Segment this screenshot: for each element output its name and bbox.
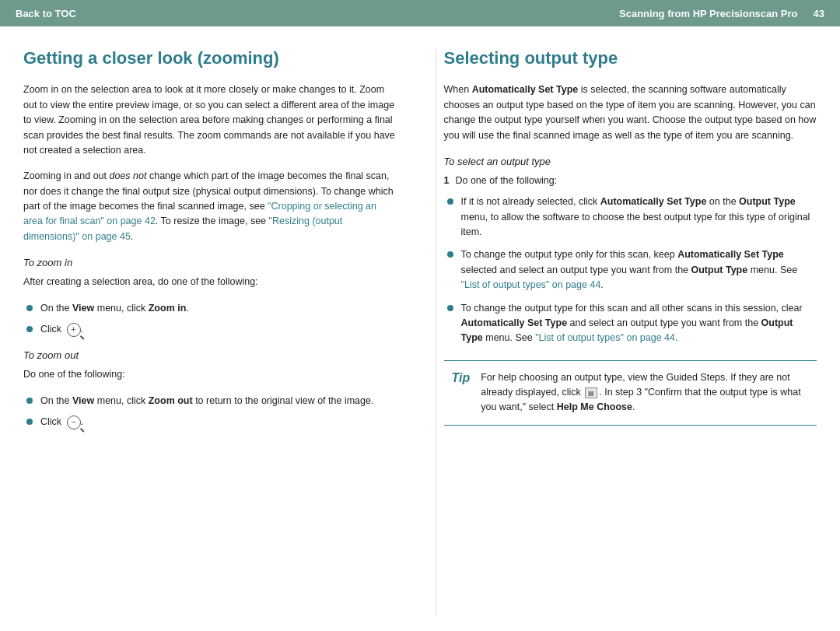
left-para2: Zooming in and out does not change which…: [23, 169, 397, 244]
zoom-in-bullet-2: Click .: [40, 322, 83, 337]
zoom-out-intro: Do one of the following:: [23, 367, 397, 382]
bullet-icon: [447, 251, 453, 258]
zoom-in-icon: [67, 323, 81, 337]
zoom-out-heading: To zoom out: [23, 349, 397, 361]
right-intro-paragraph: When Automatically Set Type is selected,…: [444, 82, 817, 143]
header-page: 43: [814, 8, 824, 19]
procedure-heading: To select an output type: [444, 156, 817, 167]
bullet-icon: [447, 198, 453, 205]
list-item: To change the output type only for this …: [447, 247, 817, 293]
header-bar: Back to TOC Scanning from HP Precisionsc…: [0, 0, 840, 26]
zoom-out-bullet-1: On the View menu, click Zoom out to retu…: [40, 394, 373, 408]
step-1-text: Do one of the following:: [455, 174, 557, 188]
output-bullet-2: To change the output type only for this …: [461, 247, 817, 293]
bullet-icon: [26, 305, 33, 311]
list-item: If it is not already selected, click Aut…: [447, 195, 817, 240]
header-title: Scanning from HP Precisionscan Pro: [619, 8, 798, 19]
main-content: Getting a closer look (zooming) Zoom in …: [0, 26, 840, 631]
bullet-icon: [26, 326, 33, 332]
output-bullet-3: To change the output type for this scan …: [461, 301, 817, 346]
list-item: To change the output type for this scan …: [447, 301, 817, 346]
tip-box: Tip For help choosing an output type, vi…: [444, 360, 817, 426]
zoom-in-list: On the View menu, click Zoom in. Click .: [23, 301, 397, 338]
bullet-icon: [26, 419, 33, 425]
zoom-in-bullet-1: On the View menu, click Zoom in.: [40, 301, 189, 316]
bullet-icon: [447, 305, 453, 311]
right-column: Selecting output type When Automatically…: [436, 48, 817, 615]
list-output-types-link-2[interactable]: "List of output types" on page 44: [535, 332, 675, 343]
output-bullet-1: If it is not already selected, click Aut…: [461, 195, 817, 240]
back-to-toc-link[interactable]: Back to TOC: [16, 8, 76, 19]
guided-steps-icon: ▤: [585, 387, 597, 398]
zoom-in-intro: After creating a selection area, do one …: [23, 275, 397, 289]
list-item: Click .: [26, 322, 397, 337]
zoom-out-bullet-2: Click .: [40, 415, 83, 429]
left-section-title: Getting a closer look (zooming): [23, 48, 397, 68]
tip-label: Tip: [452, 371, 471, 385]
zoom-in-heading: To zoom in: [23, 257, 397, 268]
tip-text: For help choosing an output type, view t…: [481, 370, 809, 415]
zoom-out-list: On the View menu, click Zoom out to retu…: [23, 394, 397, 430]
left-intro-paragraph: Zoom in on the selection area to look at…: [23, 82, 397, 158]
zoom-out-icon: [67, 415, 81, 429]
output-type-list: If it is not already selected, click Aut…: [444, 195, 817, 345]
list-item: On the View menu, click Zoom out to retu…: [26, 394, 397, 408]
step-1: 1 Do one of the following:: [444, 174, 817, 188]
list-item: Click .: [26, 415, 397, 429]
list-output-types-link-1[interactable]: "List of output types" on page 44: [461, 279, 601, 290]
step-1-label: 1: [444, 174, 450, 188]
left-column: Getting a closer look (zooming) Zoom in …: [23, 48, 404, 615]
bullet-icon: [26, 398, 33, 404]
list-item: On the View menu, click Zoom in.: [26, 301, 397, 316]
right-section-title: Selecting output type: [444, 48, 817, 68]
